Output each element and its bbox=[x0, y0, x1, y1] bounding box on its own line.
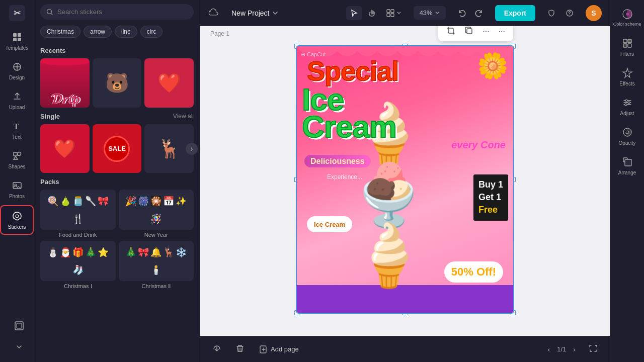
hand-tool-button[interactable] bbox=[364, 6, 380, 20]
layout-tool-button[interactable] bbox=[382, 6, 406, 20]
packs-grid: 🍭 🍐 🫙 🥄 🎀 🍴 Food and Drink 🎉 🎆 🎇 📅 ✨ bbox=[40, 190, 194, 290]
tag-arrow[interactable]: arrow bbox=[84, 26, 112, 38]
pack-christmas-1[interactable]: ⛄ 🎅 🎁 🎄 ⭐ 🧦 Christmas Ⅰ bbox=[40, 241, 116, 290]
help-icon bbox=[566, 9, 574, 17]
pack-label-newyear: New Year bbox=[119, 232, 194, 238]
sticker-recent-2[interactable]: ❤️ bbox=[144, 58, 194, 108]
sidebar-item-upload[interactable]: Upload bbox=[0, 86, 34, 114]
undo-button[interactable] bbox=[454, 6, 470, 20]
sidebar-item-frames[interactable] bbox=[9, 316, 29, 336]
search-icon bbox=[46, 9, 53, 16]
header-right-tools bbox=[543, 6, 578, 20]
delete-bottom-button[interactable] bbox=[231, 341, 249, 358]
pack-food-drink[interactable]: 🍭 🍐 🫙 🥄 🎀 🍴 Food and Drink bbox=[40, 190, 116, 238]
svg-point-31 bbox=[628, 102, 630, 104]
search-bar[interactable] bbox=[40, 4, 194, 20]
canvas-content[interactable]: ⊕ CapCut 🌼 Specia bbox=[297, 46, 513, 313]
sidebar-item-templates[interactable]: Templates bbox=[0, 27, 34, 55]
single-title: Single bbox=[40, 113, 60, 120]
right-item-opacity[interactable]: Opacity bbox=[610, 122, 644, 150]
tag-line[interactable]: line bbox=[115, 26, 137, 38]
app-logo: ✂ bbox=[8, 4, 26, 22]
adjust-icon bbox=[621, 97, 633, 109]
right-label-colorscheme: Color scheme bbox=[613, 22, 641, 27]
sticker-recent-0[interactable]: 𝓓𝓻𝓲𝓹 bbox=[40, 58, 90, 108]
redo-button[interactable] bbox=[471, 6, 487, 20]
pack-item-food[interactable]: 🍭 🍐 🫙 🥄 🎀 🍴 bbox=[40, 190, 116, 230]
shapes-icon bbox=[11, 150, 23, 162]
more-options-button[interactable]: ··· bbox=[478, 26, 493, 38]
export-button[interactable]: Export bbox=[495, 5, 535, 21]
tag-circ[interactable]: circ bbox=[140, 26, 163, 38]
sidebar-item-photos[interactable]: Photos bbox=[0, 175, 34, 203]
layout-icon bbox=[386, 9, 394, 17]
sidebar-item-shapes[interactable]: Shapes bbox=[0, 146, 34, 173]
right-item-arrange[interactable]: Arrange bbox=[610, 152, 644, 179]
pack-christmas-2[interactable]: 🎄 🎀 🔔 🦌 ❄️ 🕯️ Christmas Ⅱ bbox=[119, 241, 194, 290]
prev-page-button[interactable]: ‹ bbox=[545, 343, 553, 355]
search-input[interactable] bbox=[57, 8, 188, 16]
sidebar-label-templates: Templates bbox=[6, 45, 29, 51]
next-page-button[interactable]: › bbox=[570, 343, 579, 355]
upload-icon bbox=[11, 90, 23, 103]
recents-grid: 𝓓𝓻𝓲𝓹 🐻 ❤️ bbox=[40, 58, 194, 108]
copy-icon bbox=[464, 26, 473, 35]
add-page-icon bbox=[260, 345, 268, 353]
zoom-button[interactable]: 43% bbox=[414, 6, 446, 20]
right-item-adjust[interactable]: Adjust bbox=[610, 93, 644, 120]
sidebar-item-more[interactable] bbox=[9, 337, 29, 357]
shield-button[interactable] bbox=[543, 6, 559, 20]
pack-item-newyear[interactable]: 🎉 🎆 🎇 📅 ✨ 🪅 bbox=[119, 190, 194, 230]
filters-icon bbox=[621, 37, 633, 49]
help-button[interactable] bbox=[561, 6, 578, 20]
poster-cloud-discount: 50% Off! bbox=[444, 261, 503, 283]
color-scheme-icon bbox=[621, 8, 633, 20]
svg-text:✂: ✂ bbox=[13, 8, 21, 18]
svg-rect-26 bbox=[623, 39, 627, 43]
svg-rect-5 bbox=[18, 38, 21, 41]
right-item-filters[interactable]: Filters bbox=[610, 33, 644, 61]
user-avatar[interactable]: S bbox=[586, 5, 602, 21]
sticker-single-sale[interactable]: SALE bbox=[93, 124, 142, 173]
panel-content: Recents 𝓓𝓻𝓲𝓹 🐻 ❤️ Single View all ❤️ SAL… bbox=[34, 42, 200, 290]
recents-title: Recents bbox=[40, 47, 194, 54]
arrange-icon bbox=[621, 156, 633, 168]
topbar: New Project bbox=[200, 0, 610, 26]
left-sidebar: ✂ Templates Design bbox=[0, 0, 34, 362]
right-label-arrange: Arrange bbox=[618, 170, 636, 175]
svg-rect-18 bbox=[387, 14, 390, 17]
sidebar-item-stickers[interactable]: Stickers bbox=[0, 205, 34, 235]
save-cloud-icon bbox=[208, 8, 218, 18]
svg-text:T: T bbox=[14, 122, 19, 131]
sticker-single-heart[interactable]: ❤️ bbox=[40, 124, 90, 173]
project-name-button[interactable]: New Project bbox=[226, 6, 283, 20]
singles-next-arrow[interactable]: › bbox=[186, 143, 198, 155]
select-tool-button[interactable] bbox=[346, 6, 362, 20]
poster-icecream-text: Ice Cream bbox=[302, 84, 396, 142]
crop-button[interactable] bbox=[442, 26, 459, 39]
pack-new-year[interactable]: 🎉 🎆 🎇 📅 ✨ 🪅 New Year bbox=[119, 190, 194, 238]
pack-item-xmas2[interactable]: 🎄 🎀 🔔 🦌 ❄️ 🕯️ bbox=[119, 241, 194, 281]
tag-christmas[interactable]: Christmas bbox=[40, 26, 80, 38]
right-item-colorscheme[interactable]: Color scheme bbox=[610, 4, 644, 31]
poster-buy-badge: Buy 1Get 1Free bbox=[473, 174, 508, 221]
pack-label-xmas2: Christmas Ⅱ bbox=[119, 283, 194, 290]
fullscreen-button[interactable] bbox=[585, 341, 602, 358]
sticker-recent-1[interactable]: 🐻 bbox=[93, 58, 142, 108]
pack-item-xmas1[interactable]: ⛄ 🎅 🎁 🎄 ⭐ 🧦 bbox=[40, 241, 116, 281]
add-page-button[interactable]: Add page bbox=[255, 342, 304, 356]
svg-point-25 bbox=[626, 13, 629, 16]
svg-point-32 bbox=[625, 104, 627, 106]
pack-label-food: Food and Drink bbox=[40, 232, 116, 238]
tool-group-select bbox=[346, 6, 406, 20]
sidebar-item-design[interactable]: Design bbox=[0, 57, 34, 84]
view-all-button[interactable]: View all bbox=[173, 113, 194, 120]
copy-button[interactable] bbox=[460, 26, 477, 39]
sidebar-item-text[interactable]: T Text bbox=[0, 116, 34, 144]
save-bottom-button[interactable] bbox=[208, 341, 225, 358]
more-options-2-button[interactable]: ··· bbox=[495, 26, 509, 38]
svg-rect-17 bbox=[391, 10, 394, 13]
undo-icon bbox=[458, 9, 466, 17]
right-item-effects[interactable]: Effects bbox=[610, 63, 644, 90]
svg-rect-16 bbox=[387, 10, 390, 13]
